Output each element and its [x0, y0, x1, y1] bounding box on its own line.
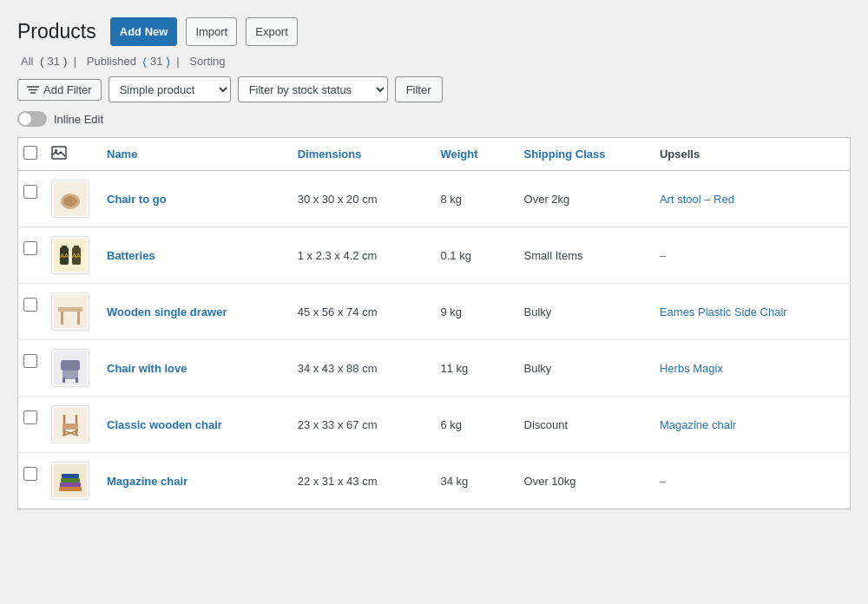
product-weight-cell: 8 kg: [431, 171, 515, 227]
add-new-button[interactable]: Add New: [110, 17, 178, 46]
svg-rect-22: [62, 378, 65, 383]
product-dimensions-cell: 22 x 31 x 43 cm: [289, 453, 432, 509]
weight-header[interactable]: Weight: [431, 138, 515, 171]
tab-published[interactable]: Published (31): [80, 55, 170, 68]
row-checkbox[interactable]: [23, 185, 37, 199]
table-row: Classic wooden chair23 x 33 x 67 cm6 kgD…: [18, 397, 851, 453]
row-checkbox[interactable]: [23, 241, 37, 255]
product-thumbnail: [51, 180, 89, 218]
name-header[interactable]: Name: [98, 138, 289, 171]
svg-rect-33: [61, 478, 80, 483]
svg-rect-8: [54, 239, 87, 272]
upsell-link[interactable]: Art stool – Red: [660, 193, 734, 206]
tab-all[interactable]: All (31): [17, 55, 67, 68]
upsells-dash: –: [660, 475, 666, 488]
filter-icon: [27, 85, 39, 95]
svg-rect-16: [61, 311, 63, 325]
filter-bar: Add Filter Simple product Filter by stoc…: [17, 76, 851, 102]
filter-tabs: All (31) | Published (31) | Sorting: [17, 55, 851, 68]
row-checkbox[interactable]: [23, 467, 37, 481]
inline-edit-toggle[interactable]: [17, 111, 47, 127]
import-button[interactable]: Import: [186, 17, 237, 46]
product-dimensions-cell: 45 x 56 x 74 cm: [289, 284, 432, 340]
row-checkbox-cell: [18, 397, 43, 453]
product-name-link[interactable]: Chair to go: [107, 193, 167, 206]
upsell-link[interactable]: Magazine chair: [660, 418, 736, 431]
product-upsells-cell: –: [651, 227, 851, 284]
row-checkbox-cell: [18, 284, 43, 340]
upsell-link[interactable]: Herbs Magix: [660, 362, 723, 375]
select-all-header[interactable]: [18, 138, 43, 171]
export-button[interactable]: Export: [246, 17, 298, 46]
upsells-dash: –: [660, 249, 666, 262]
image-icon: [51, 150, 67, 163]
svg-rect-27: [62, 423, 78, 430]
product-weight-cell: 6 kg: [431, 397, 515, 453]
product-upsells-cell: Eames Plastic Side Chair: [651, 284, 851, 340]
product-upsells-cell: –: [651, 453, 851, 509]
product-name-cell: Chair with love: [98, 340, 289, 397]
product-dimensions-cell: 23 x 33 x 67 cm: [289, 397, 432, 453]
product-thumb-cell: [43, 171, 98, 227]
product-shipping-class-cell: Bulky: [516, 340, 651, 397]
product-name-link[interactable]: Magazine chair: [107, 475, 187, 488]
stock-status-select[interactable]: Filter by stock status: [238, 76, 388, 102]
svg-text:AA: AA: [60, 253, 69, 259]
page-header: Products Add New Import Export: [17, 17, 851, 46]
svg-rect-32: [60, 483, 81, 487]
product-thumbnail: [51, 292, 89, 331]
row-checkbox-cell: [18, 340, 43, 397]
row-checkbox-cell: [18, 171, 43, 227]
product-weight-cell: 11 kg: [431, 340, 515, 397]
product-weight-cell: 0.1 kg: [431, 227, 515, 284]
product-name-cell: Wooden single drawer: [98, 284, 289, 340]
table-row: AA AA Batteries1 x 2.3 x 4.2 cm0.1 kgSma…: [18, 227, 851, 284]
svg-rect-10: [62, 246, 67, 248]
upsells-header: Upsells: [651, 138, 851, 171]
row-checkbox[interactable]: [23, 354, 37, 368]
svg-rect-23: [76, 378, 78, 383]
product-thumbnail: AA AA: [51, 236, 89, 274]
product-thumbnail: [51, 405, 89, 443]
product-thumb-cell: AA AA: [43, 227, 98, 284]
product-thumbnail: [51, 462, 89, 500]
product-thumb-cell: [43, 340, 98, 397]
row-checkbox-cell: [18, 453, 43, 509]
table-row: Chair to go30 x 30 x 20 cm8 kgOver 2kgAr…: [18, 171, 851, 227]
product-weight-cell: 9 kg: [431, 284, 515, 340]
product-dimensions-cell: 34 x 43 x 88 cm: [289, 340, 432, 397]
product-thumb-cell: [43, 397, 98, 453]
product-name-link[interactable]: Chair with love: [107, 362, 187, 375]
product-weight-cell: 34 kg: [431, 453, 515, 509]
product-thumbnail: [51, 349, 89, 387]
product-name-cell: Classic wooden chair: [98, 397, 289, 453]
add-filter-button[interactable]: Add Filter: [17, 79, 102, 101]
upsell-link[interactable]: Eames Plastic Side Chair: [660, 305, 787, 318]
shipping-class-header[interactable]: Shipping Class: [516, 138, 651, 171]
product-name-link[interactable]: Wooden single drawer: [107, 305, 227, 318]
product-shipping-class-cell: Bulky: [516, 284, 651, 340]
thumb-header: [43, 138, 98, 171]
product-dimensions-cell: 1 x 2.3 x 4.2 cm: [289, 227, 432, 284]
row-checkbox[interactable]: [23, 410, 37, 424]
tab-sorting[interactable]: Sorting: [183, 55, 229, 68]
product-shipping-class-cell: Over 10kg: [516, 453, 651, 509]
table-row: Chair with love34 x 43 x 88 cm11 kgBulky…: [18, 340, 851, 397]
product-upsells-cell: Art stool – Red: [651, 171, 851, 227]
row-checkbox-cell: [18, 227, 43, 284]
dimensions-header[interactable]: Dimensions: [289, 138, 432, 171]
filter-apply-button[interactable]: Filter: [395, 76, 443, 102]
products-table: Name Dimensions Weight Shipping Class Up…: [17, 137, 851, 509]
product-name-link[interactable]: Batteries: [107, 249, 155, 262]
svg-rect-21: [61, 360, 80, 371]
inline-edit-label: Inline Edit: [54, 113, 103, 126]
svg-point-7: [63, 196, 77, 207]
svg-text:AA: AA: [72, 253, 81, 259]
product-name-link[interactable]: Classic wooden chair: [107, 418, 222, 431]
product-type-select[interactable]: Simple product: [108, 76, 231, 102]
select-all-checkbox[interactable]: [23, 146, 37, 160]
row-checkbox[interactable]: [23, 298, 37, 312]
table-row: Magazine chair22 x 31 x 43 cm34 kgOver 1…: [18, 453, 851, 509]
table-row: Wooden single drawer45 x 56 x 74 cm9 kgB…: [18, 284, 851, 340]
product-name-cell: Magazine chair: [98, 453, 289, 509]
